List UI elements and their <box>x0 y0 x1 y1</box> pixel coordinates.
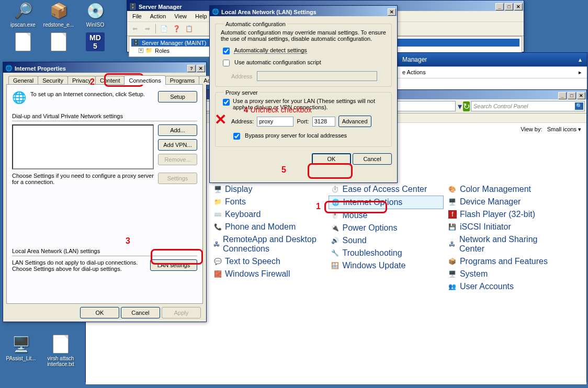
maximize-button[interactable]: □ <box>505 3 513 10</box>
search-input[interactable]: Search Control Panel 🔍 <box>471 101 585 111</box>
more-actions[interactable]: e Actions ▸ <box>397 66 587 78</box>
display-icon: 🖥️ <box>213 185 222 193</box>
proxy-address-input[interactable] <box>257 117 293 127</box>
desktop-icon[interactable]: 💿 WinISO <box>78 1 112 28</box>
tab-general[interactable]: General <box>8 76 38 85</box>
ok-button[interactable]: OK <box>312 153 351 165</box>
panel-header: Manager ▴ <box>397 53 587 66</box>
address-label: Address: <box>231 118 254 124</box>
cp-item[interactable]: 🖥️Device Manager <box>446 196 561 208</box>
apply-button: Apply <box>162 307 201 318</box>
desktop-icon[interactable]: virsh attach interface.txt <box>42 335 80 367</box>
menu-file[interactable]: File <box>128 12 146 20</box>
cp-item[interactable]: 💾iSCSI Initiator <box>446 221 561 233</box>
titlebar[interactable]: 🌐 Local Area Network (LAN) Settings ✕ <box>210 6 397 16</box>
cp-item[interactable]: 🪟Windows Update <box>329 259 444 272</box>
desktop-icon[interactable] <box>42 32 75 53</box>
tab-security[interactable]: Security <box>38 76 68 85</box>
dialup-section: Dial-up and Virtual Private Network sett… <box>12 113 197 185</box>
desktop-icon[interactable] <box>6 32 40 53</box>
cp-item[interactable]: 🖥️Display <box>211 183 326 196</box>
bypass-checkbox[interactable] <box>233 133 240 140</box>
cp-item[interactable]: ⏱️Ease of Access Center <box>329 183 444 196</box>
server-icon: 🗄️ <box>129 3 137 10</box>
refresh-icon[interactable]: ↻ <box>463 101 470 111</box>
tab-content[interactable]: Content <box>95 76 125 85</box>
viewby-value: Small icons <box>547 126 576 132</box>
minimize-button[interactable]: _ <box>558 92 567 99</box>
more-actions-label: e Actions <box>402 69 426 76</box>
cp-item[interactable]: 📞Phone and Modem <box>211 221 326 233</box>
auto-script-checkbox[interactable] <box>223 60 230 66</box>
menu-view[interactable]: View <box>170 12 191 20</box>
system-icon: 🖥️ <box>448 270 457 278</box>
internet-icon: 🌐 <box>5 65 13 72</box>
mouse-icon: 🖱️ <box>331 211 339 220</box>
close-button[interactable]: ✕ <box>197 65 205 72</box>
chevron-up-icon[interactable]: ▴ <box>579 56 582 63</box>
back-button[interactable]: ⬅ <box>129 23 141 35</box>
close-button[interactable]: ✕ <box>388 8 396 16</box>
cp-item[interactable]: fFlash Player (32-bit) <box>446 208 561 221</box>
tab-privacy[interactable]: Privacy <box>67 76 96 85</box>
dialog-title: Internet Properties <box>15 65 66 72</box>
tab-programs[interactable]: Programs <box>165 76 200 85</box>
cp-item[interactable]: 🖧Network and Sharing Center <box>446 233 561 255</box>
cp-item[interactable]: 🎨Color Management <box>446 183 561 196</box>
close-button[interactable]: ✕ <box>514 3 523 10</box>
desktop-icon[interactable]: 🖥️ PAssist_Lit... <box>4 335 38 361</box>
tool-icon[interactable]: 📋 <box>183 23 195 35</box>
cp-item[interactable]: 🔧Troubleshooting <box>329 247 444 259</box>
minimize-button[interactable]: _ <box>495 3 504 10</box>
cp-item[interactable]: 🧱Windows Firewall <box>211 268 326 280</box>
desktop-icon[interactable]: 📦 redstone_e... <box>42 1 75 28</box>
cancel-button[interactable]: Cancel <box>121 307 160 318</box>
titlebar[interactable]: 🌐 Internet Properties ? ✕ <box>3 62 206 73</box>
globe-icon: 🌐 <box>12 91 26 105</box>
document-icon <box>53 335 69 353</box>
cp-item[interactable]: 🖱️Mouse <box>329 209 444 222</box>
ok-button[interactable]: OK <box>80 307 119 318</box>
tool-icon[interactable]: 📄 <box>158 23 169 35</box>
cp-item[interactable]: 🖧RemoteApp and Desktop Connections <box>211 233 326 255</box>
expand-icon[interactable]: + <box>139 48 143 53</box>
add-vpn-button[interactable]: Add VPN... <box>158 139 197 151</box>
cp-item[interactable]: ⌨️Keyboard <box>211 208 326 221</box>
cp-item[interactable]: 🔌Power Options <box>329 222 444 234</box>
dialup-listbox[interactable] <box>12 124 154 169</box>
maximize-button[interactable]: □ <box>568 92 576 99</box>
cp-item[interactable]: 👥User Accounts <box>446 280 561 293</box>
forward-button[interactable]: ➡ <box>142 23 153 35</box>
tool-icon[interactable]: ❓ <box>171 23 182 35</box>
setup-button[interactable]: Setup <box>158 91 197 102</box>
cp-item[interactable]: 📦Programs and Features <box>446 255 561 268</box>
cp-item[interactable]: 🖥️System <box>446 268 561 280</box>
items-grid: 🖥️Display 📁Fonts ⌨️Keyboard 📞Phone and M… <box>211 183 578 293</box>
desktop-icon[interactable]: MD5 <box>78 32 112 53</box>
computer-icon: 🖥️ <box>12 335 30 353</box>
add-button[interactable]: Add... <box>158 124 197 136</box>
auto-detect-checkbox[interactable] <box>223 48 230 54</box>
desktop-icon[interactable]: 🔎 ipscan.exe <box>6 1 40 28</box>
proxy-port-input[interactable] <box>312 117 335 127</box>
menu-action[interactable]: Action <box>146 12 171 20</box>
advanced-button[interactable]: Advanced <box>338 116 371 127</box>
address-label: Address <box>231 73 252 79</box>
cancel-button[interactable]: Cancel <box>353 153 392 165</box>
cp-item[interactable]: 📁Fonts <box>211 196 326 208</box>
script-address-input <box>257 71 377 81</box>
view-by[interactable]: View by: Small icons ▾ <box>515 123 586 136</box>
close-button[interactable]: ✕ <box>577 92 585 99</box>
keyboard-icon: ⌨️ <box>213 210 222 219</box>
settings-button: Settings <box>158 173 197 184</box>
cp-item[interactable]: 🔊Sound <box>329 234 444 247</box>
use-proxy-checkbox[interactable] <box>223 99 230 106</box>
lan-settings-button[interactable]: LAN settings <box>150 259 197 271</box>
tab-connections[interactable]: Connections <box>124 75 165 85</box>
search-icon[interactable]: 🔍 <box>575 102 583 110</box>
help-button[interactable]: ? <box>187 65 196 72</box>
chevron-down-icon[interactable]: ▾ <box>458 101 462 111</box>
cp-item-internet-options[interactable]: 🌐Internet Options <box>329 196 444 209</box>
menu-help[interactable]: Help <box>191 12 211 20</box>
cp-item[interactable]: 💬Text to Speech <box>211 255 326 268</box>
